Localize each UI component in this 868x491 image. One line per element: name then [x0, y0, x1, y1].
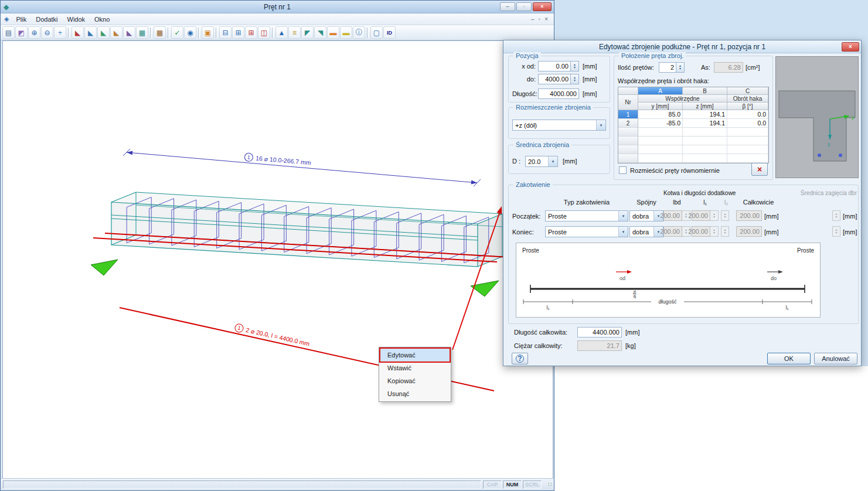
context-menu-item[interactable]: Usunąć	[380, 387, 450, 400]
diameter-select[interactable]: 20.0 ▾	[525, 156, 558, 167]
bend-diameter-spinner[interactable]: ▴▾	[832, 226, 840, 237]
dlugosc-input[interactable]: 4000.000	[538, 88, 579, 99]
svg-text:z: z	[828, 142, 830, 148]
unit-label: [mm]	[764, 213, 778, 220]
bond-quality-select[interactable]: dobra ▾	[629, 226, 663, 237]
table-row-empty[interactable]	[618, 145, 768, 154]
bar-orange-icon[interactable]: ▬	[327, 26, 339, 39]
minimize-button[interactable]: –	[500, 2, 515, 11]
delete-row-button[interactable]: ×	[751, 163, 768, 176]
table-row[interactable]: 2 -85.0 194.1 0.0	[618, 119, 768, 128]
maximize-button[interactable]: ▫	[516, 2, 532, 11]
layout-active-icon[interactable]: ⊞	[245, 26, 257, 39]
dialog-titlebar[interactable]: Edytować zbrojenie podłużne - Pręt nr 1,…	[503, 40, 861, 53]
l1-field: 200.00	[692, 226, 710, 237]
distribute-evenly-label: Rozmieścić pręty równomiernie	[630, 167, 720, 174]
header-lbd: lbd	[663, 199, 690, 206]
info-icon[interactable]: ⓘ	[353, 26, 365, 39]
support-start-icon[interactable]: ◤	[301, 26, 314, 39]
context-menu-item[interactable]: Edytować	[380, 349, 450, 362]
l2-spinner[interactable]: ▴▾	[721, 210, 729, 221]
window-titlebar[interactable]: ◆ Pręt nr 1 – ▫ ×	[1, 1, 554, 13]
bond-quality-select[interactable]: dobra ▾	[629, 210, 663, 221]
table-row[interactable]: 1 85.0 194.1 0.0	[618, 110, 768, 119]
mdi-minimize-icon[interactable]: –	[531, 16, 535, 22]
menu-item[interactable]: Dodatki	[31, 15, 62, 24]
calculate-icon[interactable]: ✓	[171, 26, 183, 39]
context-menu-item[interactable]: Wstawić	[380, 362, 450, 374]
anchorage-type-select[interactable]: Proste ▾	[545, 210, 628, 221]
mdi-restore-icon[interactable]: ▫	[539, 16, 541, 22]
anchorage-type-select[interactable]: Proste ▾	[545, 226, 628, 237]
bar-count-input[interactable]: 2	[659, 62, 676, 73]
render-icon[interactable]: ◩	[15, 26, 28, 39]
as-label: As:	[701, 64, 710, 71]
levels-icon[interactable]: ≡	[288, 26, 301, 39]
support-right[interactable]	[471, 281, 499, 296]
table-row-empty[interactable]	[618, 154, 768, 163]
do-spinner[interactable]: ▴▾	[571, 74, 579, 84]
l2-spinner[interactable]: ▴▾	[721, 226, 729, 237]
zoom-in-icon[interactable]: ⊕	[28, 26, 40, 39]
id-icon[interactable]: ID	[383, 26, 396, 39]
column-header-b[interactable]: B	[683, 87, 727, 95]
x-od-spinner[interactable]: ▴▾	[571, 61, 579, 71]
unit-label: [kg]	[625, 342, 636, 349]
layout-table-icon[interactable]: ◫	[258, 26, 270, 39]
do-input[interactable]: 4000.00	[538, 74, 571, 84]
image-icon[interactable]: ▣	[202, 26, 214, 39]
view-perspective-icon[interactable]: ◣	[123, 26, 135, 39]
distribute-evenly-checkbox[interactable]	[619, 166, 627, 174]
dialog-close-button[interactable]: ×	[842, 42, 859, 52]
support-left[interactable]	[91, 260, 118, 275]
model-canvas[interactable]: 1 16 ⌀ 10.0-266.7 mm 1 2 ⌀ 20.0, l = 440…	[2, 40, 553, 479]
rozmieszczenie-select[interactable]: +z (dół) ▾	[512, 120, 606, 131]
view-y-icon[interactable]: ◣	[84, 26, 97, 39]
help-button[interactable]: ?	[512, 353, 528, 364]
globe-icon[interactable]: ◉	[184, 26, 196, 39]
support-end-icon[interactable]: ◥	[314, 26, 326, 39]
spinner-down-icon: ▾	[835, 216, 837, 219]
cancel-button[interactable]: Anulować	[814, 353, 857, 364]
context-menu-item[interactable]: Kopiować	[380, 374, 450, 387]
chevron-down-icon: ▾	[618, 227, 628, 237]
rebar-dot	[818, 154, 821, 157]
resize-grip-icon[interactable]: ∷	[543, 481, 552, 487]
close-button[interactable]: ×	[533, 2, 552, 11]
zoom-out-icon[interactable]: ⊖	[41, 26, 53, 39]
view-x-icon[interactable]: ◣	[72, 26, 84, 39]
group-title: Rozmieszczenie zbrojenia	[513, 104, 593, 111]
menu-item[interactable]: Plik	[11, 15, 31, 24]
table-icon[interactable]: ▦	[154, 26, 166, 39]
toolbar-separator	[150, 28, 152, 38]
bar-count-spinner[interactable]: ▴▾	[676, 62, 685, 73]
insert-icon[interactable]: ▲	[275, 26, 288, 39]
print-icon[interactable]: ▤	[2, 26, 15, 39]
spinner-down-icon: ▾	[835, 231, 837, 234]
monitor-icon[interactable]: ▢	[370, 26, 383, 39]
mdi-close-icon[interactable]: ×	[544, 16, 548, 22]
l1-spinner[interactable]: ▴▾	[710, 210, 719, 221]
bend-diameter-spinner[interactable]: ▴▾	[832, 210, 840, 221]
table-row-empty[interactable]	[618, 137, 768, 145]
bar-yellow-icon[interactable]: ▬	[340, 26, 352, 39]
wireframe-icon[interactable]: ▦	[136, 26, 148, 39]
total-length-input[interactable]: 4400.000	[577, 327, 622, 337]
menu-item[interactable]: Widok	[63, 15, 90, 24]
pan-icon[interactable]: +	[54, 26, 66, 39]
column-header-c[interactable]: C	[727, 87, 768, 95]
layout-bottom-icon[interactable]: ⊞	[232, 26, 244, 39]
table-row-empty[interactable]	[618, 128, 768, 137]
menu-item[interactable]: Okno	[90, 15, 114, 24]
group-pozycja: Pozycja x od: 0.00 ▴▾ [mm] do: 4000.00 ▴…	[508, 56, 610, 103]
column-header-a[interactable]: A	[638, 87, 683, 95]
unit-label: [mm]	[583, 76, 597, 83]
layout-top-icon[interactable]: ⊟	[219, 26, 232, 39]
view-z-icon[interactable]: ◣	[97, 26, 110, 39]
ok-button[interactable]: OK	[767, 353, 811, 364]
total-length-label: Długość całkowita:	[514, 329, 567, 336]
x-od-input[interactable]: 0.00	[538, 61, 571, 71]
view-iso-icon[interactable]: ◣	[110, 26, 122, 39]
dialog-title: Edytować zbrojenie podłużne - Pręt nr 1,…	[599, 43, 765, 51]
l1-spinner[interactable]: ▴▾	[710, 226, 719, 237]
